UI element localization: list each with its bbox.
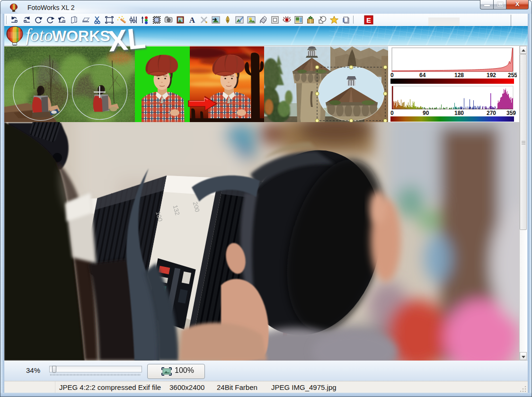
svg-text:255: 255	[508, 72, 517, 79]
svg-text:90: 90	[423, 110, 429, 116]
svg-text:192: 192	[487, 72, 496, 79]
svg-text:E: E	[366, 16, 371, 24]
svg-text:180: 180	[454, 110, 464, 116]
svg-text:64: 64	[419, 72, 426, 79]
svg-text:A: A	[189, 16, 195, 25]
svg-text:0: 0	[390, 72, 394, 79]
svg-text:128: 128	[454, 72, 464, 79]
svg-text:0: 0	[390, 110, 394, 116]
svg-text:359: 359	[506, 110, 516, 116]
svg-text:270: 270	[487, 110, 496, 116]
